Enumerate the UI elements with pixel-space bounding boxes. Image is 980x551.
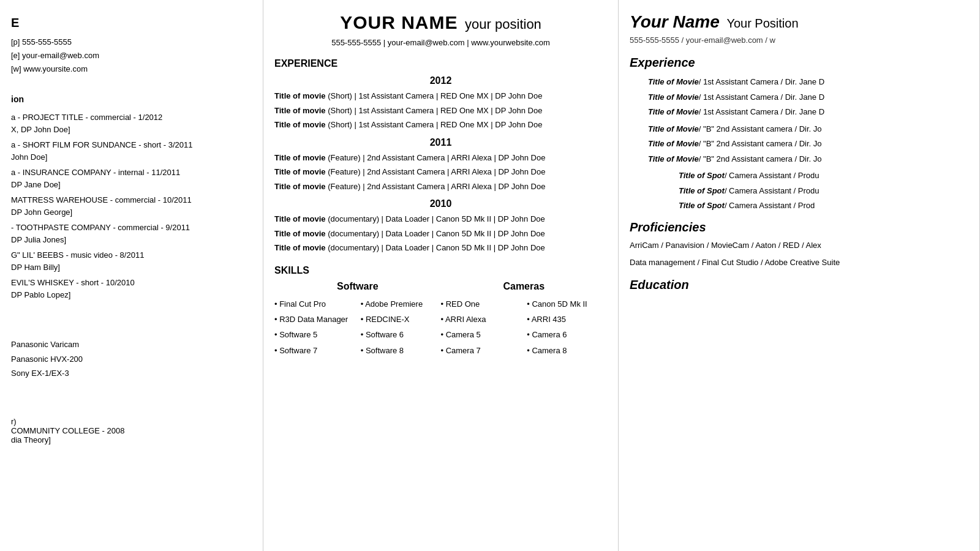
col2-name: YOUR NAME [340, 12, 458, 32]
resume-column-3: Your Name Your Position 555-555-5555 / y… [619, 0, 980, 551]
film-2010-1: Title of movie (documentary) | Data Load… [274, 213, 607, 225]
film-title: Title of Movie [648, 107, 699, 116]
col2-cameras-title: Cameras [441, 281, 608, 292]
software-7: Software 7 [274, 343, 355, 358]
entry-detail: DP John George] [11, 206, 252, 219]
software-2: Adobe Premiere [361, 297, 441, 311]
col3-contact: 555-555-5555 / your-email@web.com / w [630, 36, 968, 45]
col1-entry-5: - TOOTHPASTE COMPANY - commercial - 9/20… [11, 222, 252, 246]
col3-film-spot-2: Title of Spot/ Camera Assistant / Produ [679, 185, 968, 197]
col2-name-header: YOUR NAME your position [274, 12, 607, 33]
col3-film-1ac-3: Title of Movie/ 1st Assistant Camera / D… [648, 106, 968, 118]
camera-col2-5: Camera 5 [441, 328, 521, 342]
film-title: Title of movie [274, 229, 326, 238]
col3-film-spot-1: Title of Spot/ Camera Assistant / Produ [679, 170, 968, 182]
film-title: Title of movie [274, 120, 326, 129]
website: [w] www.yoursite.com [11, 62, 252, 76]
phone: [p] 555-555-5555 [11, 36, 252, 49]
film-2010-2: Title of movie (documentary) | Data Load… [274, 228, 607, 240]
film-title: Title of movie [274, 91, 326, 100]
film-detail: (documentary) | Data Loader | Canon 5D M… [328, 214, 545, 223]
entry-detail: DP Pablo Lopez] [11, 289, 252, 301]
film-detail: (Short) | 1st Assistant Camera | RED One… [328, 120, 542, 129]
film-2010-3: Title of movie (documentary) | Data Load… [274, 242, 607, 254]
col1-skills: Panasonic Varicam Panasonic HVX-200 Sony… [11, 337, 252, 380]
edu-label: r) [11, 417, 252, 426]
film-detail: / "B" 2nd Assistant camera / Dir. Jo [699, 139, 822, 148]
film-detail: (Feature) | 2nd Assistant Camera | ARRI … [328, 167, 545, 176]
col2-software-grid: Final Cut Pro Adobe Premiere R3D Data Ma… [274, 297, 441, 358]
film-detail: / Camera Assistant / Prod [725, 201, 815, 210]
contact-info: E [p] 555-555-5555 [e] your-email@web.co… [11, 12, 252, 76]
col3-name-header: Your Name Your Position [630, 12, 968, 32]
film-title: Title of Movie [648, 124, 699, 133]
software-5: Software 5 [274, 328, 355, 342]
film-detail: / 1st Assistant Camera / Dir. Jane D [699, 92, 824, 102]
camera-2: Panasonic HVX-200 [11, 352, 252, 366]
film-title: Title of Spot [679, 186, 725, 195]
resume-column-1: E [p] 555-555-5555 [e] your-email@web.co… [0, 0, 263, 551]
entry-title: a - PROJECT TITLE - commercial - 1/2012 [11, 111, 252, 124]
film-detail: / 1st Assistant Camera / Dir. Jane D [699, 107, 824, 116]
camera-col2-7: Camera 7 [441, 343, 521, 358]
film-detail: / Camera Assistant / Produ [725, 186, 820, 195]
film-title: Title of Movie [648, 77, 699, 86]
col3-film-2ac-1: Title of Movie/ "B" 2nd Assistant camera… [648, 123, 968, 135]
entry-title: a - SHORT FILM FOR SUNDANCE - short - 3/… [11, 139, 252, 151]
film-detail: (documentary) | Data Loader | Canon 5D M… [328, 243, 545, 252]
col2-position: your position [465, 17, 541, 32]
entry-detail: DP Julia Jones] [11, 234, 252, 246]
col1-entry-4: MATTRESS WAREHOUSE - commercial - 10/201… [11, 194, 252, 218]
edu-detail: dia Theory] [11, 435, 252, 444]
camera-col2-8: Camera 8 [527, 343, 607, 358]
year-2010: 2010 [274, 198, 607, 209]
film-detail: (documentary) | Data Loader | Canon 5D M… [328, 229, 545, 238]
camera-col2-2: Canon 5D Mk II [527, 297, 607, 311]
camera-col2-4: ARRI 435 [527, 312, 607, 326]
entry-title: MATTRESS WAREHOUSE - commercial - 10/201… [11, 194, 252, 206]
col3-film-1ac-1: Title of Movie/ 1st Assistant Camera / D… [648, 76, 968, 88]
film-title: Title of Movie [648, 139, 699, 148]
camera-1: Panasonic Varicam [11, 337, 252, 351]
col1-entry-3: a - INSURANCE COMPANY - internal - 11/20… [11, 167, 252, 190]
film-title: Title of movie [274, 182, 326, 191]
film-2012-3: Title of movie (Short) | 1st Assistant C… [274, 119, 607, 131]
col3-film-1ac-2: Title of Movie/ 1st Assistant Camera / D… [648, 91, 968, 103]
col1-education: r) COMMUNITY COLLEGE - 2008 dia Theory] [11, 417, 252, 444]
film-title: Title of movie [274, 214, 326, 223]
film-title: Title of movie [274, 243, 326, 252]
software-3: R3D Data Manager [274, 312, 355, 326]
entry-detail: John Doe] [11, 151, 252, 163]
film-detail: / 1st Assistant Camera / Dir. Jane D [699, 77, 824, 86]
software-1: Final Cut Pro [274, 297, 355, 311]
col3-film-2ac-2: Title of Movie/ "B" 2nd Assistant camera… [648, 138, 968, 150]
col2-cameras-grid: RED One Canon 5D Mk II ARRI Alexa ARRI 4… [441, 297, 608, 358]
col1-entry-2: a - SHORT FILM FOR SUNDANCE - short - 3/… [11, 139, 252, 163]
film-detail: (Feature) | 2nd Assistant Camera | ARRI … [328, 182, 545, 191]
col2-skills-cols: Software Final Cut Pro Adobe Premiere R3… [274, 281, 607, 358]
film-2011-1: Title of movie (Feature) | 2nd Assistant… [274, 152, 607, 164]
col2-skills-section: SKILLS Software Final Cut Pro Adobe Prem… [274, 265, 607, 358]
col1-section-label: ion [11, 94, 252, 104]
entry-detail: DP Jane Doe] [11, 179, 252, 191]
camera-col2-3: ARRI Alexa [441, 312, 521, 326]
software-4: REDCINE-X [361, 312, 441, 326]
year-2011: 2011 [274, 137, 607, 148]
film-detail: / Camera Assistant / Produ [725, 171, 820, 180]
entry-title: a - INSURANCE COMPANY - internal - 11/20… [11, 167, 252, 179]
film-title: Title of Movie [648, 154, 699, 163]
film-title: Title of movie [274, 167, 326, 176]
film-2012-2: Title of movie (Short) | 1st Assistant C… [274, 105, 607, 117]
film-title: Title of Spot [679, 201, 725, 210]
col3-education-heading: Education [630, 278, 968, 292]
camera-col2-6: Camera 6 [527, 328, 607, 342]
camera-3: Sony EX-1/EX-3 [11, 366, 252, 380]
film-title: Title of Movie [648, 92, 699, 102]
film-title: Title of movie [274, 106, 326, 115]
film-2011-3: Title of movie (Feature) | 2nd Assistant… [274, 181, 607, 193]
col2-skills-heading: SKILLS [274, 265, 607, 276]
col3-name: Your Name [630, 12, 720, 31]
entry-title: - TOOTHPASTE COMPANY - commercial - 9/20… [11, 222, 252, 234]
film-detail: (Feature) | 2nd Assistant Camera | ARRI … [328, 153, 545, 162]
resume-column-2: YOUR NAME your position 555-555-5555 | y… [263, 0, 619, 551]
